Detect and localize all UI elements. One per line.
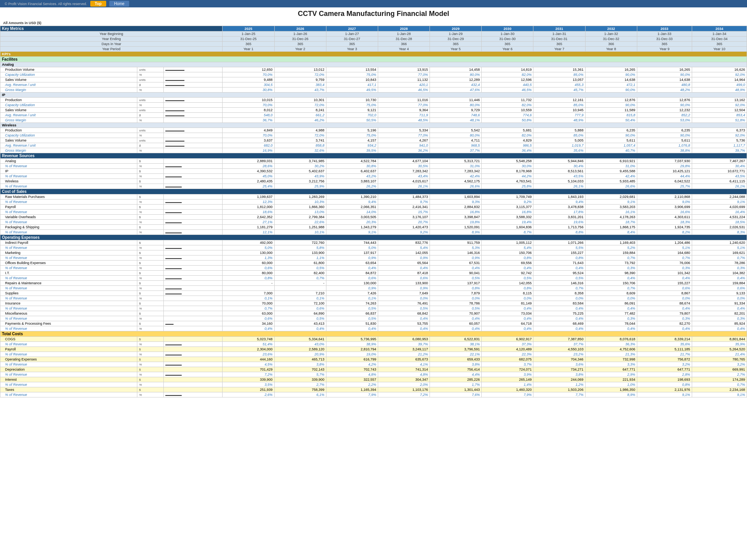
yb-2029: 1-Jan-29: [430, 32, 482, 37]
table-row: Miscellaneous $ 63,000 64,890 66,837 68,…: [0, 311, 747, 316]
table-row: % of Revenue % ▬▬▬▬▬▬ 0,6% 0,5% 0,4% 0,4…: [0, 266, 747, 271]
table-row: % of Revenue % 0,6% 0,5% 0,5% 0,4% 0,4% …: [0, 316, 747, 321]
table-row: % of Revenue % ▬▬▬▬▬▬ 18,6% 13,0% 14,0% …: [0, 210, 747, 215]
table-row: % of Revenue % ▬▬▬▬▬▬ 0,8% 0,7% 0,6% 0,6…: [0, 276, 747, 281]
year-2034: 2034: [692, 26, 747, 32]
ye-2033: 31-Dec-33: [637, 37, 692, 42]
ye-2032: 31-Dec-32: [585, 37, 637, 42]
analog-prod-unit: units: [137, 67, 164, 72]
table-row: Indirect Payroll $ 492,000 722,760 744,4…: [0, 240, 747, 245]
table-row: % of Revenue % ▬▬▬▬▬▬ 25,4% 25,9% 26,2% …: [0, 184, 747, 189]
offices-building-label: Offices Building Expenses: [0, 261, 137, 266]
table-row: Payments & Processing Fees $ ▬▬▬ 34,160 …: [0, 321, 747, 326]
wireless-header: Wireless: [0, 123, 747, 128]
table-row: Packaging & Shipping $ 1,181,279 1,251,9…: [0, 225, 747, 230]
table-row: Avg. Revenue / unit $ ▬▬▬▬▬▬▬ 548,0 661,…: [0, 113, 747, 118]
facilities-header: Facilites: [0, 57, 747, 62]
table-row: Taxes $ 251,939 758,399 1,165,394 1,103,…: [0, 387, 747, 392]
table-row: Depreciation $ 701,429 702,143 702,743 7…: [0, 367, 747, 372]
table-row: % of Revenue % ▬▬▬▬▬▬ 12,3% 10,3% 9,4% 9…: [0, 200, 747, 205]
table-row: Gross Margin % 16,9% 32,6% 39,5% 36,2% 3…: [0, 148, 747, 153]
ye-2028: 31-Dec-28: [378, 37, 430, 42]
table-row: Production units ▬▬▬▬▬▬▬ 4,849 4,988 5,1…: [0, 128, 747, 133]
year-2031: 2031: [533, 26, 585, 32]
table-row: Supplies $ ▬▬▬▬▬▬ 7,000 7,210 7,426 7,64…: [0, 291, 747, 296]
yb-2033: 1-Jan-33: [637, 32, 692, 37]
table-row: Production Volume units ▬▬▬▬▬▬▬ 12,650 1…: [0, 67, 747, 72]
table-row: COGS $ 5,023,748 5,334,641 5,736,995 6,0…: [0, 337, 747, 342]
year-2026: 2026: [274, 26, 326, 32]
year-2028: 2028: [378, 26, 430, 32]
year-2027: 2027: [326, 26, 378, 32]
year-beginning-label: Year Beginning: [0, 32, 223, 37]
table-row: Payroll $ 2,304,000 2,589,120 2,810,794 …: [0, 347, 747, 352]
opex-header: Operating Expenses: [0, 235, 747, 240]
main-title: CCTV Camera Manufacturing Financial Mode…: [0, 7, 747, 20]
table-row: I.T. $ 80,000 82,400 84,872 87,418 90,04…: [0, 271, 747, 276]
table-row: IP $ 4,390,532 5,402,637 6,402,637 7,283…: [0, 169, 747, 174]
table-row: % of Revenue % ▬▬▬▬▬▬ 2,6% 6,1% 7,9% 7,2…: [0, 392, 747, 397]
top-button[interactable]: Top: [90, 1, 107, 7]
table-row: Capacity Utilization % 70,0% 72,0% 75,0%…: [0, 133, 747, 138]
ye-2031: 31-Dec-31: [533, 37, 585, 42]
table-row: Sales Volume units ▬▬▬▬▬▬▬ 8,012 8,241 9…: [0, 108, 747, 113]
analog-sales-label: Sales Volume: [0, 77, 137, 82]
table-row: % of Revenue % ▬▬▬▬▬▬ 4,5% 3,8% 4,2% 4,1…: [0, 362, 747, 367]
table-row: Marketing $ 130,000 133,900 137,917 142,…: [0, 250, 747, 256]
ye-2030: 31-Dec-30: [482, 37, 533, 42]
home-button[interactable]: Home: [109, 1, 129, 7]
year-2025: 2025: [223, 26, 274, 32]
revenue-sources-header: Revenue Sources: [0, 153, 747, 159]
year-2030: 2030: [482, 26, 533, 32]
table-row: % of Revenue % 3,5% 2,7% 2,2% 2,0% 1,7% …: [0, 382, 747, 387]
table-row: % of Revenue % ▬▬▬▬▬▬ 7,2% 5,7% 4,8% 4,8…: [0, 372, 747, 377]
table-row: Repairs & Maintenance $ - - 130,000 133,…: [0, 281, 747, 286]
yb-2034: 1-Jan-34: [692, 32, 747, 37]
analog-avgrev-label: Avg. Revenue / unit: [0, 82, 137, 88]
table-row: Insurance $ 70,000 72,100 74,263 76,491 …: [0, 301, 747, 306]
currency-note: All Amounts in USD ($): [0, 20, 747, 26]
table-row: Raw Materials Purchases $ 1,199,637 1,28…: [0, 194, 747, 200]
analog-gm-label: Gross Margin: [0, 88, 137, 93]
total-costs-header: Total Costs: [0, 331, 747, 337]
ye-2034: 31-Dec-34: [692, 37, 747, 42]
table-row: Capacity Utilization % 70,0% 72,0% 75,0%…: [0, 72, 747, 77]
table-row: % of Revenue % 0,4% 0,4% 0,4% 0,4% 0,4% …: [0, 326, 747, 331]
table-row: Sales Volume units ▬▬▬▬▬▬▬ 9,488 9,759 1…: [0, 77, 747, 82]
table-row: Payroll $ 1,812,000 1,866,360 2,066,351 …: [0, 205, 747, 210]
key-metrics-header: Key Metrics: [0, 26, 223, 32]
table-row: Gross Margin % 30,8% 43,7% 49,5% 46,5% 4…: [0, 88, 747, 93]
year-2032: 2032: [585, 26, 637, 32]
table-row: % of Revenue % ▬▬▬▬▬▬ 23,6% 20,9% 19,0% …: [0, 352, 747, 357]
analog-prod-label: Production Volume: [0, 67, 137, 72]
ye-2027: 31-Dec-27: [326, 37, 378, 42]
yb-2032: 1-Jan-32: [585, 32, 637, 37]
analog-header: Analog: [0, 62, 747, 67]
table-row: % of Revenue % ▬▬▬▬▬▬ 27,1% 22,6% 20,3% …: [0, 220, 747, 225]
analog-prod-sparkline: ▬▬▬▬▬▬▬: [164, 67, 223, 72]
yb-2027: 1-Jan-27: [326, 32, 378, 37]
ye-2026: 31-Dec-26: [274, 37, 326, 42]
table-row: Production units ▬▬▬▬▬▬▬ 10,015 10,301 1…: [0, 98, 747, 103]
ye-2025: 31-Dec-25: [223, 37, 274, 42]
year-period-label: Year Period: [0, 47, 223, 52]
year-2033: 2033: [637, 26, 692, 32]
table-row: Analog $ 2,889,031 3,741,985 4,522,784 4…: [0, 159, 747, 164]
top-bar: © Profit Vision Financial Services. All …: [0, 0, 747, 7]
table-row: Interest $ 339,900 339,900 322,557 304,3…: [0, 377, 747, 382]
table-row: % of Revenue % ▬▬▬▬▬▬ 0,9% 0,9% 0,8% 0,8…: [0, 286, 747, 291]
yb-2031: 1-Jan-31: [533, 32, 585, 37]
financial-table: Key Metrics 2025 2026 2027 2028 2029 203…: [0, 26, 747, 397]
ye-2029: 31-Dec-29: [430, 37, 482, 42]
table-row: Wireless $ 2,480,435 3,212,756 3,883,107…: [0, 179, 747, 184]
table-row: % of Revenue % ▬▬▬▬▬▬ 51,4% 43,0% 38,9% …: [0, 342, 747, 347]
table-row: % of Revenue % ▬▬▬▬▬▬ 5,0% 5,8% 5,0% 5,4…: [0, 245, 747, 250]
kpis-header: KPI's: [0, 52, 747, 57]
table-row: % of Revenue % 0,7% 0,6% 0,5% 0,5% 0,5% …: [0, 306, 747, 311]
yb-2026: 1-Jan-26: [274, 32, 326, 37]
table-row: % of Revenue % 0,1% 0,1% 0,1% 0,0% 0,0% …: [0, 296, 747, 301]
yb-2030: 1-Jan-30: [482, 32, 533, 37]
cos-header: Cost of Sales: [0, 189, 747, 194]
yb-2025: 1-Jan-25: [223, 32, 274, 37]
ip-header: IP: [0, 93, 747, 98]
